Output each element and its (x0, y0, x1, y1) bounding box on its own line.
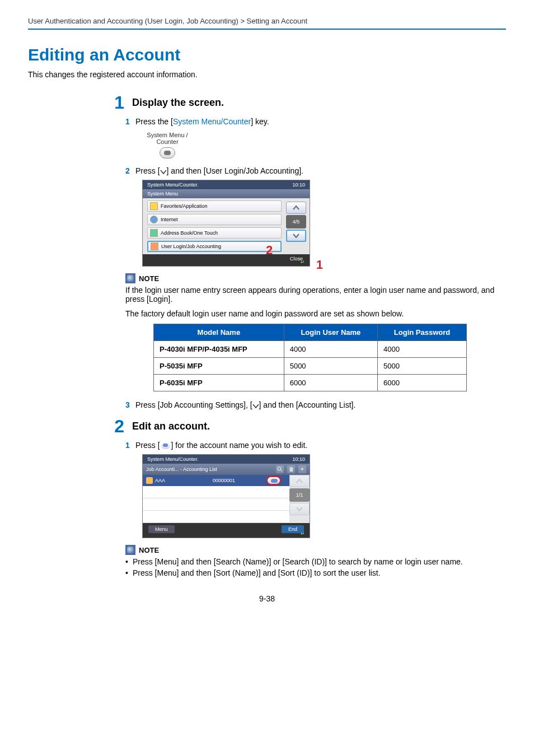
step-1-number: 1 (101, 94, 124, 111)
note-icon (125, 273, 135, 283)
nav-page-indicator: 4/5 (286, 215, 306, 228)
list-item (143, 498, 289, 511)
nav-down-button (289, 503, 310, 515)
screen2-time: 10:10 (292, 456, 305, 462)
user-login-icon (151, 242, 158, 250)
menu-address-book[interactable]: Address Book/One Touch (147, 227, 282, 239)
address-book-icon (150, 229, 158, 237)
list-item (143, 486, 289, 498)
chevron-down-icon (252, 403, 259, 409)
hardware-key-icon (160, 147, 175, 158)
add-icon[interactable]: + (298, 465, 306, 473)
menu-user-login[interactable]: User Login/Job Accounting (147, 241, 282, 252)
screen2-breadcrumb: Job Accounti... - Accounting List (146, 466, 273, 472)
trash-icon[interactable]: 🗑 (287, 465, 295, 473)
divider (28, 29, 506, 30)
step-2-number: 2 (101, 417, 124, 435)
system-menu-key-graphic: System Menu / Counter (142, 132, 193, 158)
th-user: Login User Name (284, 324, 377, 341)
chevron-down-icon (160, 169, 167, 175)
substep-2-num: 2 (125, 166, 135, 175)
substep-2-1-text: Press [] for the account name you wish t… (135, 441, 307, 450)
page-title: Editing an Account (28, 45, 506, 64)
th-pass: Login Password (378, 324, 467, 341)
accounting-list-screenshot: System Menu/Counter. 10:10 Job Accounti.… (142, 454, 310, 538)
list-item (143, 511, 289, 523)
nav-page-indicator: 1/1 (289, 488, 310, 502)
substep-2-text: Press [] and then [User Login/Job Accoun… (135, 166, 303, 175)
menu-button[interactable]: Menu (148, 525, 175, 533)
svg-line-1 (280, 470, 282, 472)
screen-breadcrumb: System Menu (143, 189, 310, 198)
favorites-icon (150, 202, 158, 210)
system-menu-link[interactable]: System Menu/Counter (173, 117, 251, 126)
screen-time: 10:10 (292, 182, 305, 188)
internet-icon (150, 216, 158, 223)
note-text-1: If the login user name entry screen appe… (125, 286, 506, 304)
substep-3-num: 3 (125, 400, 135, 409)
substep-2-1-num: 1 (125, 441, 135, 450)
intro-text: This changes the registered account info… (28, 70, 506, 79)
menu-internet[interactable]: Internet (147, 214, 282, 225)
screen2-title: System Menu/Counter. (147, 456, 199, 462)
callout-1: 1 (316, 258, 323, 272)
credentials-table: Model Name Login User Name Login Passwor… (153, 324, 467, 391)
substep-3-text: Press [Job Accounting Settings], [] and … (135, 400, 355, 409)
search-icon[interactable] (276, 465, 284, 473)
list-header-row: AAA 00000001 (143, 475, 289, 486)
nav-up-button (289, 475, 310, 487)
breadcrumb: User Authentication and Accounting (User… (28, 17, 506, 25)
nav-up-button[interactable] (286, 202, 306, 214)
edit-icon (161, 442, 170, 449)
note-bullet-1: Press [Menu] and then [Search (Name)] or… (125, 557, 506, 566)
table-row: P-6035i MFP 6000 6000 (154, 375, 467, 391)
nav-down-button[interactable] (286, 230, 306, 242)
menu-favorites[interactable]: Favorites/Application (147, 200, 282, 212)
th-model: Model Name (154, 324, 284, 341)
note-label: NOTE (139, 274, 159, 283)
substep-1-text: Press the [System Menu/Counter] key. (135, 117, 269, 126)
enter-icon: ↵ (301, 259, 305, 265)
table-row: P-5035i MFP 5000 5000 (154, 358, 467, 375)
step-2-title: Edit an account. (132, 417, 210, 432)
group-icon (146, 477, 153, 484)
screen-title: System Menu/Counter. (147, 182, 199, 188)
system-menu-screenshot: System Menu/Counter. 10:10 System Menu F… (142, 180, 310, 267)
page-number: 9-38 (28, 594, 506, 603)
table-row: P-4030i MFP/P-4035i MFP 4000 4000 (154, 341, 467, 358)
note-icon (125, 545, 135, 555)
edit-account-button[interactable] (266, 476, 281, 485)
enter-icon: ↵ (301, 531, 305, 536)
note-label: NOTE (139, 546, 159, 554)
note-bullet-2: Press [Menu] and then [Sort (Name)] and … (125, 568, 506, 577)
step-1-title: Display the screen. (132, 94, 224, 109)
substep-1-num: 1 (125, 117, 135, 126)
note-text-2: The factory default login user name and … (125, 309, 506, 318)
